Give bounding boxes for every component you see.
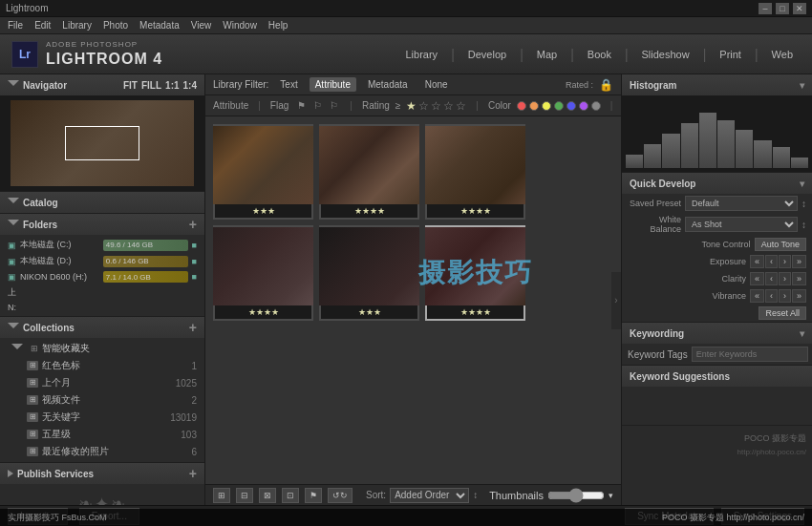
collection-group-smart[interactable]: ⊞ 智能收藏夹 [0, 340, 204, 357]
exposure-inc[interactable]: › [779, 255, 791, 268]
menu-view[interactable]: View [191, 20, 212, 31]
color-green[interactable] [554, 101, 564, 111]
folder-item-up[interactable]: 上 [0, 284, 204, 301]
grid-right-arrow[interactable]: › [611, 272, 621, 329]
collection-item-nokw[interactable]: ⊞ 无关键字 13019 [0, 409, 204, 426]
vibrance-dec[interactable]: ‹ [765, 289, 778, 303]
collection-item-red[interactable]: ⊞ 红色色标 1 [0, 357, 204, 374]
filter-tab-metadata[interactable]: Metadata [362, 77, 414, 92]
color-red[interactable] [517, 101, 526, 111]
folders-header[interactable]: Folders + [0, 214, 204, 235]
collection-item-month[interactable]: ⊞ 上个月 1025 [0, 374, 204, 391]
maximize-button[interactable]: □ [776, 3, 789, 14]
fit-label[interactable]: FIT [123, 80, 138, 91]
flag-unflag[interactable]: ⚐ [310, 99, 324, 113]
exposure-dec[interactable]: ‹ [765, 255, 778, 268]
tab-book[interactable]: Book [580, 34, 619, 74]
saved-preset-select[interactable]: Default [685, 196, 798, 211]
menu-metadata[interactable]: Metadata [139, 20, 180, 31]
minimize-button[interactable]: – [759, 3, 772, 14]
collections-add-button[interactable]: + [189, 320, 197, 335]
collection-item-video[interactable]: ⊞ 视频文件 2 [0, 391, 204, 409]
keyword-tags-input[interactable] [692, 347, 808, 362]
tab-library[interactable]: Library [398, 34, 446, 74]
view-survey-btn[interactable]: ⊡ [282, 488, 299, 503]
menu-edit[interactable]: Edit [34, 20, 51, 31]
ratio-1-1-label[interactable]: 1:1 [165, 80, 179, 91]
navigator-header[interactable]: Navigator FIT FILL 1:1 1:4 [0, 74, 204, 95]
folder-item-n[interactable]: N: [0, 301, 204, 314]
folder-item-c[interactable]: ▣ 本地磁盘 (C:) 49.6 / 146 GB ■ [0, 237, 204, 253]
color-yellow[interactable] [542, 101, 551, 111]
filter-tab-none[interactable]: None [419, 77, 454, 92]
photo-cell-4[interactable]: ★★★★ [213, 225, 313, 321]
vibrance-inc-large[interactable]: » [792, 289, 806, 303]
flag-pick[interactable]: ⚑ [294, 99, 308, 113]
photo-cell-2[interactable]: ★★★★ [319, 124, 419, 220]
keywording-header[interactable]: Keywording ▾ [622, 323, 812, 344]
ratio-custom-label[interactable]: 1:4 [183, 80, 197, 91]
color-gray[interactable] [591, 101, 601, 111]
catalog-header[interactable]: Catalog [0, 192, 204, 213]
publish-services-header[interactable]: Publish Services + [0, 463, 204, 484]
clarity-dec[interactable]: ‹ [765, 272, 778, 285]
folder-item-d[interactable]: ▣ 本地磁盘 (D:) 0.6 / 146 GB ■ [0, 253, 204, 269]
color-orange[interactable] [529, 101, 539, 111]
quick-develop-header[interactable]: Quick Develop ▾ [622, 173, 812, 194]
photo-grid[interactable]: ★★★ ★★★★ ★★★★ ★★★★ ★★★ 摄影技巧 [205, 116, 621, 484]
photo-cell-3[interactable]: ★★★★ [425, 124, 525, 220]
vibrance-inc[interactable]: › [779, 289, 791, 303]
clarity-inc-large[interactable]: » [792, 272, 806, 285]
photo-cell-1[interactable]: ★★★ [213, 124, 313, 220]
folder-item-h[interactable]: ▣ NIKON D600 (H:) 7.1 / 14.0 GB ■ [0, 269, 204, 284]
tab-develop[interactable]: Develop [460, 34, 514, 74]
toolbar-flag-btn[interactable]: ⚑ [305, 488, 322, 503]
collection-item-5star[interactable]: ⊞ 五星级 103 [0, 426, 204, 443]
view-compare-btn[interactable]: ⊠ [259, 488, 276, 503]
exposure-dec-large[interactable]: « [750, 255, 764, 268]
star-4[interactable]: ☆ [443, 99, 454, 113]
menu-photo[interactable]: Photo [103, 20, 128, 31]
sort-dir-icon[interactable]: ↕ [473, 490, 478, 500]
histogram-header[interactable]: Histogram ▾ [622, 74, 812, 95]
flag-reject[interactable]: ⚐ [327, 99, 340, 113]
reset-all-button[interactable]: Reset All [759, 306, 806, 320]
toolbar-rotate-btn[interactable]: ↺↻ [328, 488, 353, 503]
collections-header[interactable]: Collections + [0, 317, 204, 338]
color-purple[interactable] [579, 101, 588, 111]
filter-tab-text[interactable]: Text [274, 77, 303, 92]
filter-tab-attribute[interactable]: Attribute [310, 77, 356, 92]
view-grid-btn[interactable]: ⊞ [213, 488, 230, 503]
tab-map[interactable]: Map [529, 34, 565, 74]
publish-add-button[interactable]: + [189, 466, 197, 481]
white-balance-select[interactable]: As Shot [685, 217, 798, 232]
menu-library[interactable]: Library [62, 20, 92, 31]
menu-window[interactable]: Window [223, 20, 257, 31]
star-1[interactable]: ★ [406, 99, 417, 113]
fill-label[interactable]: FILL [141, 80, 161, 91]
white-balance-arrow[interactable]: ↕ [801, 220, 806, 230]
star-5[interactable]: ☆ [456, 99, 466, 113]
folders-add-button[interactable]: + [189, 217, 197, 232]
color-blue[interactable] [566, 101, 576, 111]
sort-select[interactable]: Added Order Capture Time File Name [390, 488, 469, 503]
tab-web[interactable]: Web [764, 34, 801, 74]
collection-item-recent[interactable]: ⊞ 最近修改的照片 6 [0, 443, 204, 460]
vibrance-dec-large[interactable]: « [750, 289, 764, 303]
close-button[interactable]: ✕ [793, 3, 806, 14]
tab-slideshow[interactable]: Slideshow [634, 34, 697, 74]
photo-cell-6[interactable]: 摄影技巧 ★★★★ [425, 225, 525, 321]
menu-file[interactable]: File [8, 20, 23, 31]
star-2[interactable]: ☆ [418, 99, 429, 113]
photo-cell-5[interactable]: ★★★ [319, 225, 419, 321]
auto-tone-button[interactable]: Auto Tone [755, 238, 806, 251]
tab-print[interactable]: Print [712, 34, 749, 74]
menu-help[interactable]: Help [268, 20, 288, 31]
view-loupe-btn[interactable]: ⊟ [236, 488, 253, 503]
keyword-suggestions-header[interactable]: Keyword Suggestions [622, 366, 812, 387]
star-3[interactable]: ☆ [431, 99, 441, 113]
exposure-inc-large[interactable]: » [792, 255, 806, 268]
saved-preset-arrow[interactable]: ↕ [801, 199, 806, 209]
clarity-dec-large[interactable]: « [750, 272, 764, 285]
clarity-inc[interactable]: › [779, 272, 791, 285]
